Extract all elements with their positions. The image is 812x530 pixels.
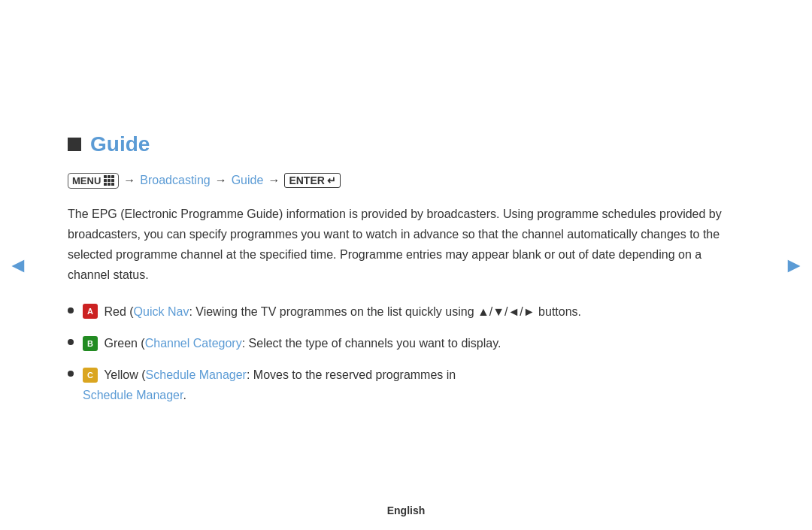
bullet-item-schedule-manager: C Yellow (Schedule Manager: Moves to the… (68, 365, 744, 405)
key-badge-green: B (83, 336, 98, 351)
nav-arrow-right[interactable]: ► (783, 253, 804, 277)
bullet-3-punctuation: . (183, 389, 186, 401)
schedule-manager-link[interactable]: Schedule Manager (146, 368, 247, 381)
title-square-icon (68, 138, 81, 151)
bullet-content-2: B Green (Channel Category: Select the ty… (83, 334, 744, 353)
description-text: The EPG (Electronic Programme Guide) inf… (68, 204, 744, 286)
bullet-content-1: A Red (Quick Nav: Viewing the TV program… (83, 302, 744, 322)
menu-icon: MENU (68, 173, 119, 189)
page-title-row: Guide (68, 132, 744, 156)
bullet-dot-3 (68, 371, 74, 377)
enter-return-symbol: ↵ (327, 174, 336, 186)
bullet-item-quick-nav: A Red (Quick Nav: Viewing the TV program… (68, 302, 744, 322)
channel-category-link[interactable]: Channel Category (145, 337, 242, 350)
key-badge-red: A (83, 304, 98, 319)
menu-label: MENU (72, 175, 101, 186)
menu-grid-icon (104, 175, 114, 186)
bullet-content-3: C Yellow (Schedule Manager: Moves to the… (83, 365, 744, 405)
bullet-dot-2 (68, 339, 74, 345)
color-label-green: Green ( (104, 337, 144, 350)
breadcrumb-arrow-1: → (123, 174, 135, 187)
page-title: Guide (90, 132, 150, 156)
footer: English (387, 504, 426, 516)
enter-icon: ENTER ↵ (284, 173, 340, 188)
bullet-item-channel-category: B Green (Channel Category: Select the ty… (68, 334, 744, 353)
breadcrumb-broadcasting[interactable]: Broadcasting (140, 174, 210, 187)
color-label-red: Red ( (104, 305, 133, 318)
quick-nav-link[interactable]: Quick Nav (134, 305, 189, 318)
page-container: ◄ ► Guide MENU (0, 0, 812, 530)
bullet-list: A Red (Quick Nav: Viewing the TV program… (68, 302, 744, 406)
content-area: Guide MENU → Broadcasting (53, 110, 759, 420)
enter-label: ENTER (289, 174, 324, 186)
bullet-dot-1 (68, 307, 74, 313)
breadcrumb-arrow-2: → (215, 174, 227, 187)
footer-language: English (387, 504, 426, 516)
breadcrumb: MENU → Broadcasting → Guide → (68, 173, 744, 189)
color-label-yellow: Yellow ( (104, 368, 145, 381)
bullet-3-text: : Moves to the reserved programmes in (247, 368, 456, 381)
schedule-manager-link-2[interactable]: Schedule Manager (83, 389, 183, 401)
breadcrumb-guide[interactable]: Guide (232, 174, 264, 187)
nav-arrow-left[interactable]: ◄ (8, 253, 29, 277)
key-badge-yellow: C (83, 368, 98, 383)
bullet-1-text: : Viewing the TV programmes on the list … (189, 305, 581, 318)
bullet-2-text: : Select the type of channels you want t… (242, 337, 501, 350)
breadcrumb-arrow-3: → (268, 174, 280, 187)
